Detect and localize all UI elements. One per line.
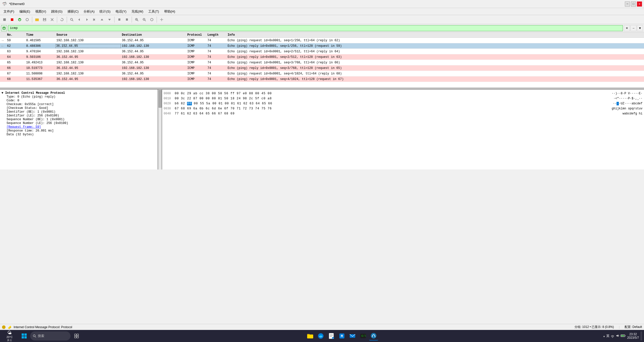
taskbar-wireshark[interactable] bbox=[369, 331, 378, 340]
row-info: Echo (ping) request id=0x0001, seq=1/256… bbox=[227, 39, 644, 42]
stop-capture-button[interactable] bbox=[9, 16, 16, 23]
svg-line-41 bbox=[35, 336, 36, 337]
detail-checksum[interactable]: Checksum: 0x555a [correct] bbox=[7, 103, 156, 106]
forward-button[interactable] bbox=[83, 16, 90, 23]
start-button[interactable] bbox=[20, 331, 29, 340]
filter-apply-button[interactable]: → bbox=[630, 25, 636, 31]
detail-id-le[interactable]: Identifier (LE): 256 (0x0100) bbox=[7, 114, 156, 117]
detail-seq-le[interactable]: Sequence Number (LE): 256 (0x0100) bbox=[7, 121, 156, 125]
close-button[interactable]: ✕ bbox=[637, 2, 642, 7]
menu-wireless[interactable]: 无线(W) bbox=[129, 8, 146, 15]
row-dst: 192.168.182.130 bbox=[121, 77, 186, 81]
hex-offset: 0020 bbox=[164, 101, 173, 106]
menu-go[interactable]: 跳转(G) bbox=[49, 8, 65, 15]
taskbar-mail[interactable] bbox=[348, 331, 357, 340]
detail-request-frame[interactable]: [Request frame: 59] bbox=[7, 125, 156, 129]
taskbar-notepad[interactable]: N bbox=[327, 331, 336, 340]
taskbar: 🌤 20°C 多云 搜索 bbox=[0, 330, 644, 342]
row-dst: 36.152.44.95 bbox=[121, 72, 186, 75]
filter-clear-button[interactable]: ✕ bbox=[624, 25, 630, 31]
detail-scrollbar[interactable] bbox=[158, 90, 162, 169]
filter-dropdown-button[interactable]: ▼ bbox=[637, 25, 643, 31]
svg-rect-48 bbox=[307, 335, 313, 338]
close-file-button[interactable] bbox=[49, 16, 56, 23]
table-row[interactable]: 68 11.535367 36.152.44.95 192.168.182.13… bbox=[0, 76, 644, 82]
taskbar-file-explorer[interactable] bbox=[306, 331, 315, 340]
minimize-button[interactable]: ─ bbox=[625, 2, 630, 7]
taskbar-store[interactable]: M bbox=[337, 331, 346, 340]
battery-icon[interactable] bbox=[621, 334, 626, 338]
detail-seq-be[interactable]: Sequence Number (BE): 1 (0x0001) bbox=[7, 118, 156, 121]
go-up-button[interactable] bbox=[98, 16, 105, 23]
search-label: 搜索 bbox=[38, 334, 44, 338]
packet-list-button[interactable]: ≡ bbox=[123, 16, 130, 23]
reload-button[interactable] bbox=[58, 16, 65, 23]
network-icon[interactable] bbox=[611, 334, 615, 338]
detail-id-be[interactable]: Identifier (BE): 1 (0x0001) bbox=[7, 110, 156, 114]
table-row[interactable]: 67 11.508098 192.168.182.130 36.152.44.9… bbox=[0, 71, 644, 76]
start-capture-button[interactable] bbox=[1, 16, 8, 23]
language-indicator[interactable]: 英 bbox=[606, 334, 610, 338]
taskbar-clock[interactable]: 23:32 2023/5/7 bbox=[627, 332, 639, 339]
go-to-first-button[interactable] bbox=[91, 16, 98, 23]
detail-type[interactable]: Type: 0 (Echo (ping) reply) bbox=[7, 95, 156, 99]
table-row[interactable]: 63 9.476104 192.168.182.130 36.152.44.95… bbox=[0, 49, 644, 54]
column-prefs-button[interactable]: ≡ bbox=[116, 16, 123, 23]
menu-view[interactable]: 视图(V) bbox=[33, 8, 49, 15]
menu-analyze[interactable]: 分析(A) bbox=[81, 8, 97, 15]
show-hidden-icon[interactable]: ▲ bbox=[603, 335, 605, 337]
row-src: 36.152.44.95 bbox=[55, 55, 121, 59]
open-button[interactable] bbox=[33, 16, 41, 23]
zoom-in-button[interactable] bbox=[133, 16, 140, 23]
menu-help[interactable]: 帮助(H) bbox=[162, 8, 178, 15]
folder-taskbar-icon bbox=[307, 332, 314, 339]
save-button[interactable] bbox=[41, 16, 48, 23]
volume-icon[interactable] bbox=[616, 334, 620, 338]
menu-edit[interactable]: 编辑(E) bbox=[17, 8, 33, 15]
taskbar-edge[interactable] bbox=[316, 331, 325, 340]
taskbar-center: N M C:\ bbox=[83, 331, 601, 340]
icmp-section-header[interactable]: ▼ Internet Control Message Protocol bbox=[2, 91, 156, 95]
table-row[interactable]: 66 10.519773 36.152.44.95 192.168.182.13… bbox=[0, 65, 644, 71]
options-icon bbox=[25, 18, 29, 22]
find-icon bbox=[70, 18, 74, 22]
row-info: Echo (ping) request id=0x0001, seq=2/512… bbox=[227, 50, 644, 53]
maximize-button[interactable]: □ bbox=[631, 2, 636, 7]
show-desktop-button[interactable] bbox=[640, 331, 642, 340]
scrollbar-thumb[interactable] bbox=[159, 90, 162, 108]
restart-capture-button[interactable] bbox=[16, 16, 23, 23]
row-time: 10.519773 bbox=[25, 66, 55, 70]
filter-input[interactable] bbox=[8, 25, 623, 31]
options-capture-button[interactable] bbox=[24, 16, 31, 23]
go-down-button[interactable] bbox=[106, 16, 113, 23]
zoom-reset-icon bbox=[150, 18, 154, 22]
zoom-reset-button[interactable] bbox=[148, 16, 155, 23]
table-row[interactable]: 65 10.492413 192.168.182.130 36.152.44.9… bbox=[0, 60, 644, 65]
open-icon bbox=[35, 18, 39, 22]
status-stats: 分组: 1012 • 已显示: 8 (0.8%) bbox=[575, 325, 614, 329]
menu-file[interactable]: 文件(F) bbox=[1, 8, 17, 15]
detail-checksum-status[interactable]: [Checksum Status: Good] bbox=[7, 106, 156, 110]
row-info: Echo (ping) request id=0x0001, seq=4/102… bbox=[227, 72, 644, 75]
table-row[interactable]: 64 9.503106 36.152.44.95 192.168.182.130… bbox=[0, 54, 644, 60]
row-no: 64 bbox=[5, 55, 25, 59]
back-button[interactable] bbox=[76, 16, 83, 23]
task-view-button[interactable] bbox=[72, 331, 81, 340]
weather-icon: 🌤 bbox=[7, 330, 12, 335]
row-dst: 36.152.44.95 bbox=[121, 61, 186, 64]
menu-capture[interactable]: 捕获(C) bbox=[65, 8, 81, 15]
table-row[interactable]: ← 62 8.488306 36.152.44.95 192.168.182.1… bbox=[0, 43, 644, 49]
table-row[interactable]: → 59 8.461505 192.168.182.130 36.152.44.… bbox=[0, 38, 644, 43]
menu-tools[interactable]: 工具(T) bbox=[146, 8, 162, 15]
menu-stats[interactable]: 统计(S) bbox=[97, 8, 113, 15]
detail-response-time[interactable]: [Response time: 26.801 ms] bbox=[7, 129, 156, 133]
find-button[interactable] bbox=[68, 16, 75, 23]
search-bar[interactable]: 搜索 bbox=[30, 331, 70, 340]
detail-code[interactable]: Code: 0 bbox=[7, 99, 156, 102]
resize-button[interactable] bbox=[158, 16, 165, 23]
menu-telephony[interactable]: 电话(Y) bbox=[113, 8, 129, 15]
detail-data[interactable]: Data (32 bytes) bbox=[7, 133, 156, 136]
taskbar-terminal[interactable]: C:\ bbox=[359, 331, 368, 340]
row-time: 9.476104 bbox=[25, 50, 55, 53]
zoom-out-button[interactable] bbox=[141, 16, 148, 23]
